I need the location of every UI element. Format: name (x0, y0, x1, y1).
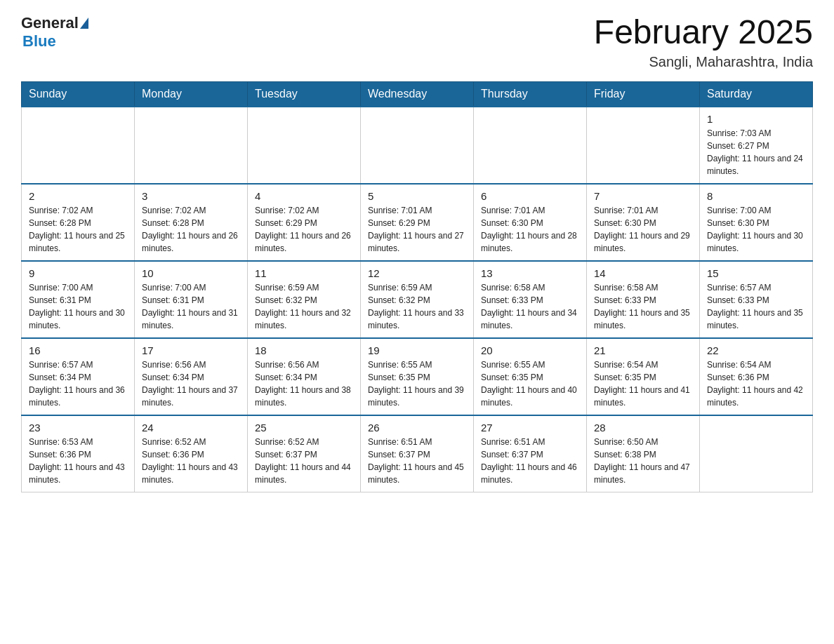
day-info: Sunrise: 6:52 AM Sunset: 6:37 PM Dayligh… (255, 436, 353, 486)
day-number: 26 (368, 422, 466, 434)
day-of-week-header: Tuesday (248, 81, 361, 107)
day-info: Sunrise: 6:58 AM Sunset: 6:33 PM Dayligh… (481, 281, 579, 332)
calendar-cell (248, 107, 361, 184)
calendar-title: February 2025 (594, 14, 813, 51)
day-number: 9 (29, 267, 127, 279)
day-number: 8 (707, 190, 805, 202)
calendar-cell: 10Sunrise: 7:00 AM Sunset: 6:31 PM Dayli… (135, 261, 248, 338)
day-of-week-header: Thursday (474, 81, 587, 107)
day-info: Sunrise: 6:59 AM Sunset: 6:32 PM Dayligh… (255, 281, 353, 332)
calendar-cell: 5Sunrise: 7:01 AM Sunset: 6:29 PM Daylig… (361, 184, 474, 261)
day-number: 16 (29, 344, 127, 356)
day-info: Sunrise: 6:50 AM Sunset: 6:38 PM Dayligh… (594, 436, 692, 486)
calendar-cell (474, 107, 587, 184)
calendar-cell: 24Sunrise: 6:52 AM Sunset: 6:36 PM Dayli… (135, 415, 248, 492)
day-info: Sunrise: 6:57 AM Sunset: 6:33 PM Dayligh… (707, 281, 805, 332)
day-info: Sunrise: 6:51 AM Sunset: 6:37 PM Dayligh… (481, 436, 579, 486)
calendar-cell: 20Sunrise: 6:55 AM Sunset: 6:35 PM Dayli… (474, 338, 587, 415)
calendar-cell: 14Sunrise: 6:58 AM Sunset: 6:33 PM Dayli… (587, 261, 700, 338)
calendar-cell (22, 107, 135, 184)
calendar-cell: 3Sunrise: 7:02 AM Sunset: 6:28 PM Daylig… (135, 184, 248, 261)
day-info: Sunrise: 6:56 AM Sunset: 6:34 PM Dayligh… (255, 358, 353, 409)
day-number: 28 (594, 422, 692, 434)
day-of-week-header: Sunday (22, 81, 135, 107)
calendar-cell: 23Sunrise: 6:53 AM Sunset: 6:36 PM Dayli… (22, 415, 135, 492)
calendar-cell (700, 415, 813, 492)
day-info: Sunrise: 6:59 AM Sunset: 6:32 PM Dayligh… (368, 281, 466, 332)
calendar-cell: 28Sunrise: 6:50 AM Sunset: 6:38 PM Dayli… (587, 415, 700, 492)
day-number: 22 (707, 344, 805, 356)
logo-general-text: General (21, 14, 79, 32)
day-of-week-header: Monday (135, 81, 248, 107)
day-number: 21 (594, 344, 692, 356)
day-number: 3 (142, 190, 240, 202)
day-info: Sunrise: 6:56 AM Sunset: 6:34 PM Dayligh… (142, 358, 240, 409)
logo: General Blue (21, 14, 88, 51)
logo-triangle-icon (80, 18, 88, 29)
calendar-cell: 11Sunrise: 6:59 AM Sunset: 6:32 PM Dayli… (248, 261, 361, 338)
calendar-cell (587, 107, 700, 184)
page-header: General Blue February 2025 Sangli, Mahar… (21, 14, 813, 70)
day-number: 1 (707, 113, 805, 125)
calendar-cell: 13Sunrise: 6:58 AM Sunset: 6:33 PM Dayli… (474, 261, 587, 338)
calendar-cell: 4Sunrise: 7:02 AM Sunset: 6:29 PM Daylig… (248, 184, 361, 261)
calendar-cell: 22Sunrise: 6:54 AM Sunset: 6:36 PM Dayli… (700, 338, 813, 415)
logo-blue-text: Blue (22, 32, 88, 51)
day-info: Sunrise: 7:00 AM Sunset: 6:30 PM Dayligh… (707, 204, 805, 255)
calendar-table: SundayMondayTuesdayWednesdayThursdayFrid… (21, 81, 813, 493)
calendar-subtitle: Sangli, Maharashtra, India (594, 54, 813, 70)
day-of-week-header: Saturday (700, 81, 813, 107)
day-number: 5 (368, 190, 466, 202)
day-number: 11 (255, 267, 353, 279)
day-number: 12 (368, 267, 466, 279)
calendar-cell: 2Sunrise: 7:02 AM Sunset: 6:28 PM Daylig… (22, 184, 135, 261)
calendar-cell: 15Sunrise: 6:57 AM Sunset: 6:33 PM Dayli… (700, 261, 813, 338)
week-row: 23Sunrise: 6:53 AM Sunset: 6:36 PM Dayli… (22, 415, 813, 492)
day-info: Sunrise: 6:58 AM Sunset: 6:33 PM Dayligh… (594, 281, 692, 332)
calendar-cell: 25Sunrise: 6:52 AM Sunset: 6:37 PM Dayli… (248, 415, 361, 492)
day-number: 15 (707, 267, 805, 279)
calendar-cell: 16Sunrise: 6:57 AM Sunset: 6:34 PM Dayli… (22, 338, 135, 415)
title-block: February 2025 Sangli, Maharashtra, India (594, 14, 813, 70)
day-info: Sunrise: 6:52 AM Sunset: 6:36 PM Dayligh… (142, 436, 240, 486)
day-number: 17 (142, 344, 240, 356)
day-info: Sunrise: 6:54 AM Sunset: 6:36 PM Dayligh… (707, 358, 805, 409)
day-info: Sunrise: 7:02 AM Sunset: 6:29 PM Dayligh… (255, 204, 353, 255)
calendar-cell: 7Sunrise: 7:01 AM Sunset: 6:30 PM Daylig… (587, 184, 700, 261)
day-info: Sunrise: 6:53 AM Sunset: 6:36 PM Dayligh… (29, 436, 127, 486)
calendar-cell: 9Sunrise: 7:00 AM Sunset: 6:31 PM Daylig… (22, 261, 135, 338)
day-info: Sunrise: 6:51 AM Sunset: 6:37 PM Dayligh… (368, 436, 466, 486)
day-number: 4 (255, 190, 353, 202)
day-number: 27 (481, 422, 579, 434)
week-row: 1Sunrise: 7:03 AM Sunset: 6:27 PM Daylig… (22, 107, 813, 184)
day-info: Sunrise: 7:01 AM Sunset: 6:29 PM Dayligh… (368, 204, 466, 255)
week-row: 16Sunrise: 6:57 AM Sunset: 6:34 PM Dayli… (22, 338, 813, 415)
calendar-cell: 8Sunrise: 7:00 AM Sunset: 6:30 PM Daylig… (700, 184, 813, 261)
day-number: 2 (29, 190, 127, 202)
calendar-cell: 12Sunrise: 6:59 AM Sunset: 6:32 PM Dayli… (361, 261, 474, 338)
day-info: Sunrise: 6:57 AM Sunset: 6:34 PM Dayligh… (29, 358, 127, 409)
day-info: Sunrise: 6:55 AM Sunset: 6:35 PM Dayligh… (368, 358, 466, 409)
day-info: Sunrise: 6:54 AM Sunset: 6:35 PM Dayligh… (594, 358, 692, 409)
calendar-cell: 26Sunrise: 6:51 AM Sunset: 6:37 PM Dayli… (361, 415, 474, 492)
day-number: 14 (594, 267, 692, 279)
calendar-cell: 1Sunrise: 7:03 AM Sunset: 6:27 PM Daylig… (700, 107, 813, 184)
calendar-cell: 21Sunrise: 6:54 AM Sunset: 6:35 PM Dayli… (587, 338, 700, 415)
calendar-cell: 17Sunrise: 6:56 AM Sunset: 6:34 PM Dayli… (135, 338, 248, 415)
day-info: Sunrise: 7:02 AM Sunset: 6:28 PM Dayligh… (29, 204, 127, 255)
calendar-cell (361, 107, 474, 184)
day-number: 19 (368, 344, 466, 356)
calendar-cell: 27Sunrise: 6:51 AM Sunset: 6:37 PM Dayli… (474, 415, 587, 492)
day-info: Sunrise: 7:02 AM Sunset: 6:28 PM Dayligh… (142, 204, 240, 255)
day-number: 10 (142, 267, 240, 279)
week-row: 9Sunrise: 7:00 AM Sunset: 6:31 PM Daylig… (22, 261, 813, 338)
day-number: 7 (594, 190, 692, 202)
calendar-cell: 18Sunrise: 6:56 AM Sunset: 6:34 PM Dayli… (248, 338, 361, 415)
day-number: 18 (255, 344, 353, 356)
day-number: 24 (142, 422, 240, 434)
day-info: Sunrise: 7:00 AM Sunset: 6:31 PM Dayligh… (142, 281, 240, 332)
calendar-cell (135, 107, 248, 184)
day-number: 6 (481, 190, 579, 202)
day-info: Sunrise: 6:55 AM Sunset: 6:35 PM Dayligh… (481, 358, 579, 409)
calendar-cell: 6Sunrise: 7:01 AM Sunset: 6:30 PM Daylig… (474, 184, 587, 261)
